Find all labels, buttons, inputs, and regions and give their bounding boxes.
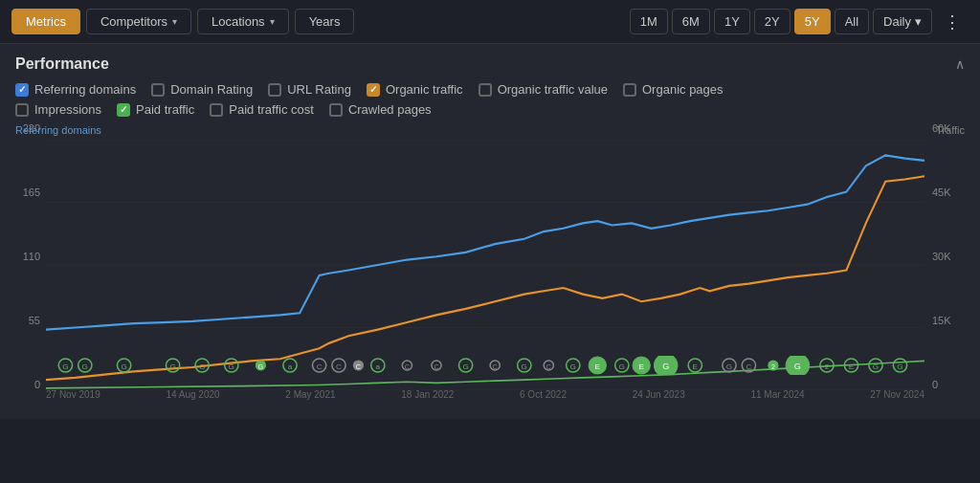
section-title: Performance [15,55,109,73]
svg-text:a: a [288,362,293,371]
svg-text:C: C [336,362,342,371]
checkbox-paid-traffic: ✓ [117,103,130,117]
metric-paid-traffic[interactable]: ✓ Paid traffic [117,102,194,117]
svg-text:C: C [434,363,438,370]
checkbox-organic-traffic-value [479,83,492,97]
section-header: Performance ∧ [15,55,965,73]
svg-text:G: G [199,362,205,371]
svg-text:E: E [849,362,855,371]
chevron-down-icon: ▾ [172,16,177,27]
svg-text:E: E [693,362,699,371]
checkbox-organic-traffic: ✓ [367,83,380,97]
metric-referring-domains[interactable]: ✓ Referring domains [15,82,136,97]
metric-url-rating[interactable]: URL Rating [268,82,351,97]
chevron-down-icon: ▾ [915,14,922,29]
checkbox-impressions [15,103,29,117]
svg-text:G: G [82,362,88,371]
checkbox-domain-rating [151,83,165,97]
svg-text:G: G [62,362,68,371]
checkbox-referring-domains: ✓ [15,83,29,97]
collapse-icon[interactable]: ∧ [955,56,965,72]
svg-text:C: C [493,363,498,370]
chart-svg [46,140,924,390]
svg-text:G: G [169,362,175,371]
svg-text:G: G [619,362,625,371]
svg-text:C: C [405,363,410,370]
granularity-dropdown[interactable]: Daily ▾ [873,9,932,34]
time-6m[interactable]: 6M [672,9,710,34]
svg-text:2: 2 [825,362,830,371]
checkbox-crawled-pages [329,103,343,117]
tab-competitors[interactable]: Competitors ▾ [86,9,191,34]
svg-text:C: C [746,362,751,371]
metrics-row-2: Impressions ✓ Paid traffic Paid traffic … [15,102,965,117]
svg-text:G: G [121,362,126,371]
metric-organic-traffic-value[interactable]: Organic traffic value [479,82,608,97]
metric-organic-traffic[interactable]: ✓ Organic traffic [367,82,463,97]
time-all[interactable]: All [835,9,869,34]
tab-years[interactable]: Years [295,9,355,34]
svg-text:C: C [317,362,323,371]
svg-text:G: G [662,362,669,371]
tab-locations[interactable]: Locations ▾ [197,9,289,34]
time-2y[interactable]: 2Y [754,9,791,34]
more-options-button[interactable]: ⋮ [936,9,969,35]
event-markers: G G G G G G G a C C C [46,356,924,375]
svg-text:C: C [356,363,361,370]
svg-text:G: G [522,362,527,371]
svg-text:G: G [462,362,468,371]
metric-domain-rating[interactable]: Domain Rating [151,82,253,97]
svg-text:a: a [376,362,381,371]
svg-text:E: E [595,362,601,371]
metrics-row-1: ✓ Referring domains Domain Rating URL Ra… [15,82,965,97]
metric-crawled-pages[interactable]: Crawled pages [329,102,432,117]
checkbox-paid-traffic-cost [210,103,223,117]
svg-text:2: 2 [771,363,775,370]
svg-text:E: E [638,362,644,371]
svg-text:G: G [570,362,576,371]
svg-text:C: C [546,363,551,370]
metric-organic-pages[interactable]: Organic pages [623,82,724,97]
top-bar-right: 1M 6M 1Y 2Y 5Y All Daily ▾ ⋮ [630,9,969,35]
svg-text:G: G [873,362,879,371]
svg-text:G: G [258,363,264,370]
tab-metrics[interactable]: Metrics [11,9,80,34]
svg-text:G: G [794,362,801,371]
svg-text:G: G [726,362,732,371]
metric-impressions[interactable]: Impressions [15,102,101,117]
top-bar-left: Metrics Competitors ▾ Locations ▾ Years [11,9,354,34]
performance-section: Performance ∧ ✓ Referring domains Domain… [0,44,980,419]
svg-text:G: G [229,362,234,371]
time-1y[interactable]: 1Y [714,9,750,34]
chevron-down-icon: ▾ [270,16,275,27]
y-axis-right: 60K 45K 30K 15K 0 [928,122,965,390]
metric-paid-traffic-cost[interactable]: Paid traffic cost [210,102,314,117]
top-bar: Metrics Competitors ▾ Locations ▾ Years … [0,0,980,44]
checkbox-organic-pages [623,83,636,97]
y-axis-left: 220 165 110 55 0 [15,122,44,390]
time-5y[interactable]: 5Y [794,9,831,34]
x-axis-labels: 27 Nov 2019 14 Aug 2020 2 May 2021 18 Ja… [46,389,924,400]
time-1m[interactable]: 1M [630,9,668,34]
chart-area: Referring domains Traffic 220 165 110 55… [15,122,965,419]
svg-text:G: G [897,362,902,371]
checkbox-url-rating [268,83,281,97]
